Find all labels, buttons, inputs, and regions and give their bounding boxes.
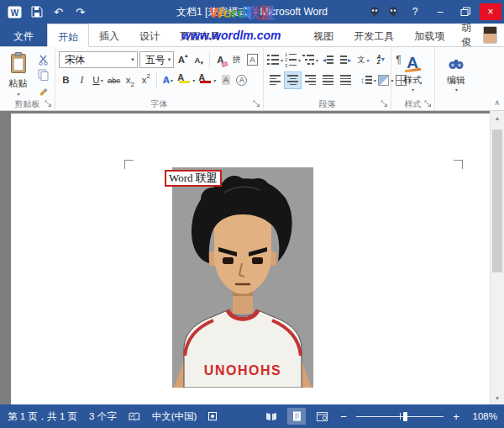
minimize-button[interactable]: – xyxy=(429,3,451,20)
underline-button[interactable]: U▾ xyxy=(91,72,105,88)
zoom-in-button[interactable]: + xyxy=(450,410,462,423)
editing-button[interactable]: 编辑 ▾ xyxy=(438,50,474,92)
align-left-icon xyxy=(270,75,281,85)
bullets-icon xyxy=(267,55,279,66)
user-avatar[interactable] xyxy=(483,26,497,44)
format-painter-button[interactable] xyxy=(34,84,51,96)
font-name-dropdown-icon: ▾ xyxy=(131,56,134,63)
distribute-button[interactable] xyxy=(338,72,354,88)
character-border-button[interactable]: A xyxy=(245,52,260,68)
align-right-button[interactable] xyxy=(302,72,318,88)
font-size-dropdown-icon: ▾ xyxy=(168,56,171,63)
indent-lines-icon xyxy=(340,55,347,64)
word-count[interactable]: 3 个字 xyxy=(89,410,117,423)
asian-layout-button[interactable]: 文▾ xyxy=(355,52,371,68)
tab-addins[interactable]: 加载项 xyxy=(404,24,454,46)
proofing-status-icon[interactable] xyxy=(129,412,140,421)
bold-button[interactable]: B xyxy=(59,72,73,88)
restore-button[interactable] xyxy=(454,3,476,20)
print-layout-button[interactable] xyxy=(287,408,306,425)
paragraph-group: ▾ 123 ▾ ▾ ◂ ▸ 文▾ AZ ¶ xyxy=(264,47,391,110)
highlight-color-button[interactable]: A▾ xyxy=(176,72,196,88)
align-center-icon xyxy=(287,75,298,85)
highlight-swatch xyxy=(179,81,190,84)
editing-group: 编辑 ▾ xyxy=(435,47,479,110)
divider xyxy=(156,72,157,87)
justify-button[interactable] xyxy=(320,72,336,88)
document-area: Word 联盟 UNOHOHS xyxy=(0,111,504,404)
decrease-indent-button[interactable]: ◂ xyxy=(320,52,336,68)
cut-button[interactable] xyxy=(34,54,51,66)
styles-dialog-launcher[interactable] xyxy=(424,100,433,108)
callout-word-lm[interactable]: Word 联盟 xyxy=(165,170,222,187)
tab-insert[interactable]: 插入 xyxy=(89,24,129,46)
shrink-font-button[interactable]: A▾ xyxy=(192,52,206,68)
collapse-ribbon-button[interactable]: ∧ xyxy=(494,98,500,107)
read-mode-button[interactable] xyxy=(262,408,281,425)
save-button[interactable] xyxy=(29,4,45,20)
scroll-down-button[interactable]: ▼ xyxy=(491,391,504,404)
paste-label: 粘贴 xyxy=(9,77,28,90)
character-image[interactable]: UNOHOHS xyxy=(172,167,313,388)
page-indicator[interactable]: 第 1 页，共 1 页 xyxy=(8,410,77,423)
macro-record-icon[interactable] xyxy=(208,412,217,420)
superscript-button[interactable]: x2 xyxy=(139,72,153,88)
account-area[interactable]: 胡俊 xyxy=(454,24,504,46)
tab-design[interactable]: 设计 xyxy=(129,24,170,46)
vertical-scrollbar[interactable]: ▲ ▼ xyxy=(490,111,504,404)
font-name-combobox[interactable]: 宋体 ▾ xyxy=(59,51,138,68)
binoculars-icon xyxy=(448,53,465,73)
paste-button[interactable]: 粘贴 ▾ xyxy=(3,50,33,98)
tab-view[interactable]: 视图 xyxy=(303,24,344,46)
window-controls: ? – × xyxy=(367,3,504,20)
phonetic-guide-button[interactable]: 拼 xyxy=(229,52,244,68)
subscript-button[interactable]: x2 xyxy=(123,72,137,88)
language-indicator[interactable]: 中文(中国) xyxy=(152,410,197,423)
svg-text:W: W xyxy=(11,8,19,17)
text-effects-button[interactable]: A▾ xyxy=(160,72,175,88)
strikethrough-button[interactable]: abc xyxy=(107,72,121,88)
align-left-button[interactable] xyxy=(267,72,283,88)
zoom-slider-thumb[interactable] xyxy=(403,412,407,421)
align-center-button[interactable] xyxy=(285,72,301,88)
zoom-level[interactable]: 108% xyxy=(469,411,497,421)
tab-home[interactable]: 开始 xyxy=(47,24,89,47)
shrink-font-icon: ▾ xyxy=(200,60,203,66)
copy-button[interactable] xyxy=(34,69,51,81)
font-dialog-launcher[interactable] xyxy=(253,100,261,108)
bullets-button[interactable]: ▾ xyxy=(267,52,283,68)
tab-developer[interactable]: 开发工具 xyxy=(344,24,404,46)
zoom-slider[interactable] xyxy=(356,408,444,425)
web-layout-button[interactable] xyxy=(312,408,331,425)
redo-button[interactable]: ↷ xyxy=(72,4,88,20)
user-name: 胡俊 xyxy=(461,21,477,50)
character-shading-button[interactable]: A xyxy=(218,72,233,88)
styles-button[interactable]: A 样式 ▾ xyxy=(395,50,430,92)
clear-formatting-button[interactable]: A xyxy=(213,52,228,68)
clipboard-dialog-launcher[interactable] xyxy=(45,100,53,108)
skull-badge-icon xyxy=(367,4,382,19)
zoom-out-button[interactable]: − xyxy=(338,410,349,423)
enclose-characters-button[interactable]: A xyxy=(234,72,249,88)
font-color-button[interactable]: A▾ xyxy=(197,72,217,88)
numbering-button[interactable]: 123 ▾ xyxy=(285,52,301,68)
font-size-combobox[interactable]: 五号 ▾ xyxy=(139,51,175,68)
font-size-value: 五号 xyxy=(145,53,165,67)
undo-button[interactable]: ↶ xyxy=(50,4,66,20)
scroll-up-button[interactable]: ▲ xyxy=(491,111,504,124)
scrollbar-thumb[interactable] xyxy=(492,129,502,272)
sort-arrow-icon xyxy=(381,58,385,61)
word-logo-icon[interactable]: W xyxy=(7,4,23,20)
tab-file[interactable]: 文件 xyxy=(0,24,47,46)
multilevel-list-button[interactable]: ▾ xyxy=(302,52,318,68)
increase-indent-button[interactable]: ▸ xyxy=(338,52,354,68)
font-group-label: 字体 xyxy=(55,98,263,110)
paragraph-dialog-launcher[interactable] xyxy=(381,100,389,108)
grow-font-button[interactable]: A▴ xyxy=(176,52,190,68)
line-spacing-button[interactable]: ↕▾ xyxy=(360,72,376,88)
paragraph-group-label: 段落 xyxy=(264,98,391,110)
help-button[interactable]: ? xyxy=(404,3,426,20)
italic-button[interactable]: I xyxy=(75,72,89,88)
sort-button[interactable]: AZ xyxy=(373,52,389,68)
close-button[interactable]: × xyxy=(480,3,501,20)
